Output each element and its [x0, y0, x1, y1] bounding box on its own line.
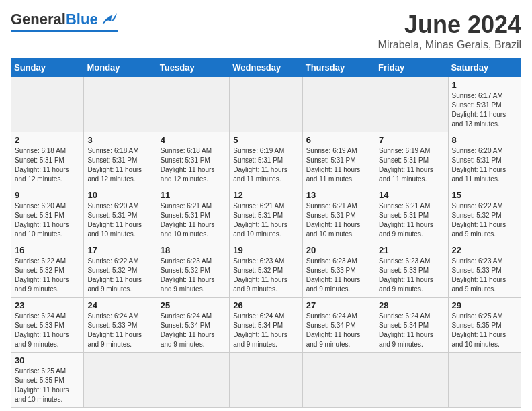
weekday-header-sunday: Sunday — [11, 58, 84, 77]
day-info: Sunrise: 6:19 AM Sunset: 5:31 PM Dayligh… — [233, 146, 298, 184]
header: General Blue June 2024 Mirabela, Minas G… — [11, 11, 521, 51]
calendar-cell: 25Sunrise: 6:24 AM Sunset: 5:34 PM Dayli… — [157, 298, 229, 353]
day-number: 1 — [452, 80, 517, 90]
calendar-cell: 17Sunrise: 6:22 AM Sunset: 5:32 PM Dayli… — [84, 242, 157, 298]
day-number: 2 — [15, 135, 80, 145]
day-info: Sunrise: 6:21 AM Sunset: 5:31 PM Dayligh… — [379, 201, 444, 239]
calendar-week-row: 1Sunrise: 6:17 AM Sunset: 5:31 PM Daylig… — [11, 77, 521, 132]
day-number: 14 — [379, 190, 444, 200]
day-number: 5 — [233, 135, 298, 145]
month-title: June 2024 — [378, 11, 521, 39]
calendar-cell: 6Sunrise: 6:19 AM Sunset: 5:31 PM Daylig… — [302, 132, 375, 187]
calendar-cell: 24Sunrise: 6:24 AM Sunset: 5:33 PM Dayli… — [84, 298, 157, 353]
weekday-header-tuesday: Tuesday — [157, 58, 229, 77]
calendar-cell — [230, 77, 302, 132]
day-number: 10 — [87, 190, 152, 200]
calendar-cell: 26Sunrise: 6:24 AM Sunset: 5:34 PM Dayli… — [230, 298, 302, 353]
calendar-cell: 14Sunrise: 6:21 AM Sunset: 5:31 PM Dayli… — [375, 187, 448, 242]
day-number: 28 — [379, 300, 444, 310]
day-number: 27 — [306, 300, 371, 310]
calendar-cell: 28Sunrise: 6:24 AM Sunset: 5:34 PM Dayli… — [375, 298, 448, 353]
title-section: June 2024 Mirabela, Minas Gerais, Brazil — [378, 11, 521, 51]
day-number: 30 — [15, 355, 80, 365]
weekday-header-thursday: Thursday — [302, 58, 375, 77]
calendar-cell — [302, 77, 375, 132]
day-info: Sunrise: 6:24 AM Sunset: 5:33 PM Dayligh… — [87, 312, 152, 349]
calendar-cell — [84, 353, 157, 408]
day-info: Sunrise: 6:21 AM Sunset: 5:31 PM Dayligh… — [161, 201, 226, 239]
calendar-cell: 10Sunrise: 6:20 AM Sunset: 5:31 PM Dayli… — [84, 187, 157, 242]
calendar-cell — [157, 353, 229, 408]
calendar-cell — [302, 353, 375, 408]
day-info: Sunrise: 6:18 AM Sunset: 5:31 PM Dayligh… — [87, 146, 152, 184]
day-number: 6 — [306, 135, 371, 145]
calendar-cell: 4Sunrise: 6:18 AM Sunset: 5:31 PM Daylig… — [157, 132, 229, 187]
calendar-week-row: 23Sunrise: 6:24 AM Sunset: 5:33 PM Dayli… — [11, 298, 521, 353]
day-info: Sunrise: 6:23 AM Sunset: 5:32 PM Dayligh… — [161, 257, 226, 294]
weekday-header-friday: Friday — [375, 58, 448, 77]
calendar-table: SundayMondayTuesdayWednesdayThursdayFrid… — [11, 58, 521, 408]
day-info: Sunrise: 6:25 AM Sunset: 5:35 PM Dayligh… — [15, 367, 80, 404]
day-info: Sunrise: 6:22 AM Sunset: 5:32 PM Dayligh… — [87, 257, 152, 294]
calendar-cell: 19Sunrise: 6:23 AM Sunset: 5:32 PM Dayli… — [230, 242, 302, 298]
calendar-cell: 29Sunrise: 6:25 AM Sunset: 5:35 PM Dayli… — [448, 298, 521, 353]
calendar-cell: 21Sunrise: 6:23 AM Sunset: 5:33 PM Dayli… — [375, 242, 448, 298]
day-info: Sunrise: 6:17 AM Sunset: 5:31 PM Dayligh… — [452, 91, 517, 129]
calendar-cell — [11, 77, 84, 132]
calendar-cell: 1Sunrise: 6:17 AM Sunset: 5:31 PM Daylig… — [448, 77, 521, 132]
calendar-cell: 11Sunrise: 6:21 AM Sunset: 5:31 PM Dayli… — [157, 187, 229, 242]
day-number: 8 — [452, 135, 517, 145]
calendar-cell: 3Sunrise: 6:18 AM Sunset: 5:31 PM Daylig… — [84, 132, 157, 187]
day-number: 20 — [306, 245, 371, 255]
calendar-cell — [448, 353, 521, 408]
day-info: Sunrise: 6:20 AM Sunset: 5:31 PM Dayligh… — [15, 201, 80, 239]
calendar-cell: 15Sunrise: 6:22 AM Sunset: 5:32 PM Dayli… — [448, 187, 521, 242]
day-info: Sunrise: 6:25 AM Sunset: 5:35 PM Dayligh… — [452, 312, 517, 349]
day-info: Sunrise: 6:20 AM Sunset: 5:31 PM Dayligh… — [452, 146, 517, 184]
day-info: Sunrise: 6:21 AM Sunset: 5:31 PM Dayligh… — [233, 201, 298, 239]
calendar-cell: 8Sunrise: 6:20 AM Sunset: 5:31 PM Daylig… — [448, 132, 521, 187]
day-number: 13 — [306, 190, 371, 200]
weekday-header-wednesday: Wednesday — [230, 58, 302, 77]
day-info: Sunrise: 6:21 AM Sunset: 5:31 PM Dayligh… — [306, 201, 371, 239]
calendar-cell — [84, 77, 157, 132]
day-number: 24 — [87, 300, 152, 310]
calendar-cell — [230, 353, 302, 408]
calendar-cell: 2Sunrise: 6:18 AM Sunset: 5:31 PM Daylig… — [11, 132, 84, 187]
logo-bird-icon — [99, 12, 118, 27]
calendar-cell: 22Sunrise: 6:23 AM Sunset: 5:33 PM Dayli… — [448, 242, 521, 298]
location-title: Mirabela, Minas Gerais, Brazil — [378, 39, 521, 51]
day-info: Sunrise: 6:24 AM Sunset: 5:34 PM Dayligh… — [161, 312, 226, 349]
calendar-header-row: SundayMondayTuesdayWednesdayThursdayFrid… — [11, 58, 521, 77]
calendar-cell: 30Sunrise: 6:25 AM Sunset: 5:35 PM Dayli… — [11, 353, 84, 408]
day-number: 21 — [379, 245, 444, 255]
calendar-cell: 12Sunrise: 6:21 AM Sunset: 5:31 PM Dayli… — [230, 187, 302, 242]
logo-underline — [11, 30, 118, 32]
day-info: Sunrise: 6:22 AM Sunset: 5:32 PM Dayligh… — [452, 201, 517, 239]
calendar-cell — [375, 353, 448, 408]
day-info: Sunrise: 6:19 AM Sunset: 5:31 PM Dayligh… — [306, 146, 371, 184]
day-info: Sunrise: 6:18 AM Sunset: 5:31 PM Dayligh… — [161, 146, 226, 184]
day-number: 18 — [161, 245, 226, 255]
day-number: 3 — [87, 135, 152, 145]
day-info: Sunrise: 6:24 AM Sunset: 5:34 PM Dayligh… — [379, 312, 444, 349]
calendar-cell: 7Sunrise: 6:19 AM Sunset: 5:31 PM Daylig… — [375, 132, 448, 187]
calendar-cell: 5Sunrise: 6:19 AM Sunset: 5:31 PM Daylig… — [230, 132, 302, 187]
logo-general-text: General — [11, 11, 66, 28]
calendar-week-row: 9Sunrise: 6:20 AM Sunset: 5:31 PM Daylig… — [11, 187, 521, 242]
logo-blue-text: Blue — [66, 11, 98, 28]
day-info: Sunrise: 6:24 AM Sunset: 5:34 PM Dayligh… — [306, 312, 371, 349]
day-number: 7 — [379, 135, 444, 145]
day-info: Sunrise: 6:23 AM Sunset: 5:33 PM Dayligh… — [306, 257, 371, 294]
calendar-week-row: 30Sunrise: 6:25 AM Sunset: 5:35 PM Dayli… — [11, 353, 521, 408]
calendar-cell: 27Sunrise: 6:24 AM Sunset: 5:34 PM Dayli… — [302, 298, 375, 353]
day-info: Sunrise: 6:23 AM Sunset: 5:33 PM Dayligh… — [379, 257, 444, 294]
day-info: Sunrise: 6:24 AM Sunset: 5:34 PM Dayligh… — [233, 312, 298, 349]
day-number: 29 — [452, 300, 517, 310]
calendar-cell — [375, 77, 448, 132]
day-info: Sunrise: 6:20 AM Sunset: 5:31 PM Dayligh… — [87, 201, 152, 239]
calendar-cell: 23Sunrise: 6:24 AM Sunset: 5:33 PM Dayli… — [11, 298, 84, 353]
day-info: Sunrise: 6:18 AM Sunset: 5:31 PM Dayligh… — [15, 146, 80, 184]
day-info: Sunrise: 6:19 AM Sunset: 5:31 PM Dayligh… — [379, 146, 444, 184]
day-number: 19 — [233, 245, 298, 255]
